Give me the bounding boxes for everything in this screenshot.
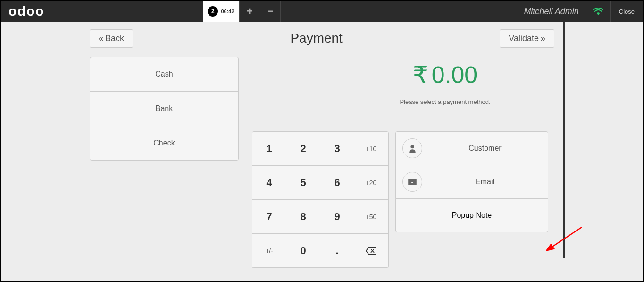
numpad-plus10[interactable]: +10: [354, 132, 388, 166]
numpad-9[interactable]: 9: [320, 200, 354, 234]
backspace-icon: [366, 246, 377, 256]
popup-note-button[interactable]: Popup Note: [395, 198, 548, 232]
numpad-0[interactable]: 0: [286, 234, 320, 268]
numpad-6[interactable]: 6: [320, 166, 354, 200]
numpad-dot[interactable]: .: [320, 234, 354, 268]
remove-order-button[interactable]: −: [260, 1, 281, 22]
currency-symbol: ₹: [413, 61, 428, 89]
svg-point-0: [410, 145, 414, 148]
payment-method-cash[interactable]: Cash: [90, 57, 239, 92]
validate-button[interactable]: Validate »: [500, 29, 554, 48]
back-label: Back: [105, 34, 124, 43]
order-count-badge: 2: [208, 6, 218, 17]
validate-label: Validate: [509, 34, 539, 43]
payment-method-bank[interactable]: Bank: [90, 91, 239, 126]
amount-value: 0.00: [432, 61, 477, 89]
numpad-plus50[interactable]: +50: [354, 200, 388, 234]
wifi-icon: [586, 8, 610, 15]
chevron-left-icon: «: [99, 34, 103, 43]
numpad-1[interactable]: 1: [252, 132, 286, 166]
numpad-5[interactable]: 5: [286, 166, 320, 200]
numpad-plus20[interactable]: +20: [354, 166, 388, 200]
divider: [243, 57, 243, 282]
payment-method-label: Cash: [155, 70, 173, 78]
payment-method-check[interactable]: Check: [90, 126, 239, 161]
numpad-2[interactable]: 2: [286, 132, 320, 166]
top-bar: odoo 2 06:42 + − Mitchell Admin Close: [1, 1, 643, 22]
page-title: Payment: [290, 31, 343, 46]
close-button[interactable]: Close: [610, 1, 643, 22]
numpad-7[interactable]: 7: [252, 200, 286, 234]
chevron-right-icon: »: [541, 34, 545, 43]
numpad-backspace[interactable]: [354, 234, 388, 268]
active-order-tab[interactable]: 2 06:42: [203, 1, 239, 22]
email-button[interactable]: Email: [395, 165, 548, 199]
action-buttons: Customer Email: [395, 131, 548, 268]
numpad-3[interactable]: 3: [320, 132, 354, 166]
user-icon: [402, 138, 422, 158]
customer-label: Customer: [429, 144, 541, 153]
amount-display: ₹ 0.00: [413, 61, 477, 89]
user-name[interactable]: Mitchell Admin: [516, 7, 586, 17]
numpad-4[interactable]: 4: [252, 166, 286, 200]
back-button[interactable]: « Back: [90, 29, 133, 48]
odoo-logo: odoo: [1, 4, 52, 19]
numpad: 1 2 3 +10 4 5 6 +20 7 8 9 +50 +/- 0: [252, 131, 389, 268]
email-label: Email: [429, 178, 541, 186]
new-order-button[interactable]: +: [239, 1, 260, 22]
payment-method-label: Check: [153, 139, 175, 147]
numpad-8[interactable]: 8: [286, 200, 320, 234]
customer-button[interactable]: Customer: [395, 131, 548, 165]
right-separator: [563, 22, 565, 258]
inbox-icon: [402, 172, 422, 192]
order-time: 06:42: [221, 9, 234, 14]
payment-methods-list: Cash Bank Check: [90, 57, 239, 268]
popup-note-label: Popup Note: [402, 211, 541, 220]
numpad-sign[interactable]: +/-: [252, 234, 286, 268]
payment-hint: Please select a payment method.: [247, 98, 643, 105]
payment-method-label: Bank: [156, 104, 173, 113]
